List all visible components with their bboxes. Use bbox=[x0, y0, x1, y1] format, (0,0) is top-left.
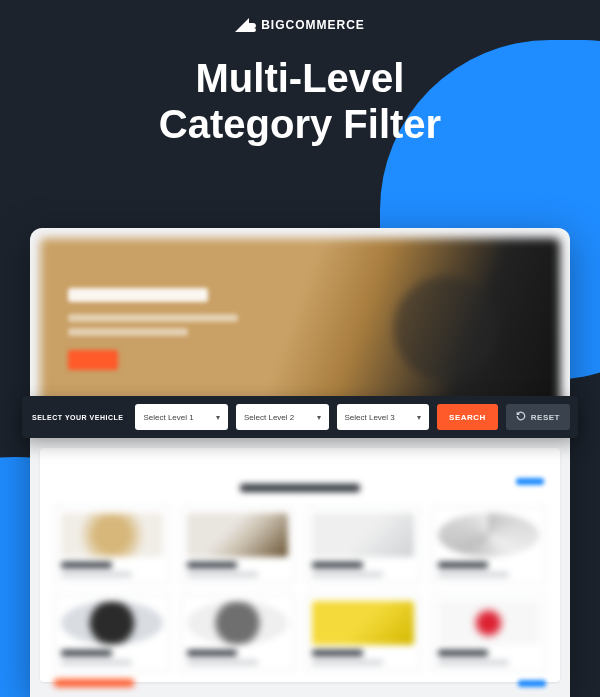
reset-button[interactable]: RESET bbox=[506, 404, 570, 430]
category-card[interactable] bbox=[431, 506, 547, 584]
filter-label: SELECT YOUR VEHICLE bbox=[30, 414, 127, 421]
hero-content bbox=[68, 288, 238, 370]
refresh-icon bbox=[516, 411, 526, 423]
chevron-down-icon: ▾ bbox=[417, 413, 421, 422]
category-card[interactable] bbox=[180, 506, 296, 584]
hero-cta-button[interactable] bbox=[68, 350, 118, 370]
select-placeholder: Select Level 1 bbox=[143, 413, 193, 422]
level-3-select[interactable]: Select Level 3 ▾ bbox=[337, 404, 430, 430]
category-card[interactable] bbox=[54, 594, 170, 672]
category-card[interactable] bbox=[305, 506, 421, 584]
title-line-2: Category Filter bbox=[159, 102, 441, 146]
category-grid bbox=[54, 506, 546, 672]
search-button-label: SEARCH bbox=[449, 413, 486, 422]
category-card[interactable] bbox=[305, 594, 421, 672]
view-all-link[interactable] bbox=[518, 680, 546, 687]
view-all-link[interactable] bbox=[516, 478, 544, 485]
hero-heading bbox=[68, 288, 208, 302]
featured-title bbox=[54, 478, 546, 496]
featured-categories bbox=[40, 448, 560, 682]
page-title: Multi-Level Category Filter bbox=[0, 55, 600, 147]
hero-subtext bbox=[68, 314, 238, 322]
category-card[interactable] bbox=[431, 594, 547, 672]
select-placeholder: Select Level 3 bbox=[345, 413, 395, 422]
vehicle-filter-bar: SELECT YOUR VEHICLE Select Level 1 ▾ Sel… bbox=[22, 396, 578, 438]
hero-subtext bbox=[68, 328, 188, 336]
search-button[interactable]: SEARCH bbox=[437, 404, 498, 430]
brand-name: BIGCOMMERCE bbox=[261, 18, 365, 32]
chevron-down-icon: ▾ bbox=[317, 413, 321, 422]
bigcommerce-icon bbox=[235, 18, 257, 32]
select-placeholder: Select Level 2 bbox=[244, 413, 294, 422]
special-offers-heading bbox=[54, 679, 134, 687]
product-mockup bbox=[30, 228, 570, 697]
category-card[interactable] bbox=[54, 506, 170, 584]
title-line-1: Multi-Level bbox=[196, 56, 405, 100]
reset-button-label: RESET bbox=[531, 413, 560, 422]
chevron-down-icon: ▾ bbox=[216, 413, 220, 422]
level-1-select[interactable]: Select Level 1 ▾ bbox=[135, 404, 228, 430]
category-card[interactable] bbox=[180, 594, 296, 672]
level-2-select[interactable]: Select Level 2 ▾ bbox=[236, 404, 329, 430]
brand-logo: BIGCOMMERCE bbox=[0, 18, 600, 32]
